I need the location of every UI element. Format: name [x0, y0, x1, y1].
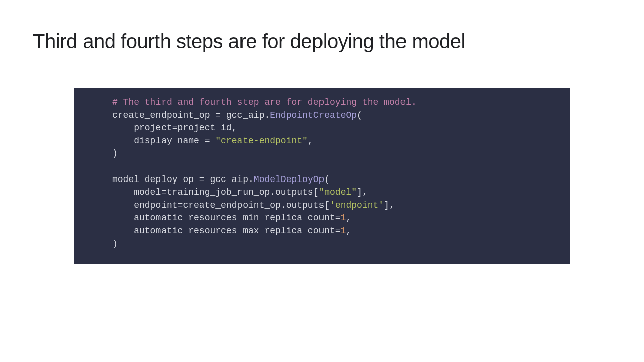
- slide: Third and fourth steps are for deploying…: [0, 0, 644, 264]
- code-content: # The third and fourth step are for depl…: [74, 96, 570, 250]
- code-block: # The third and fourth step are for depl…: [74, 88, 570, 264]
- slide-title: Third and fourth steps are for deploying…: [33, 30, 611, 53]
- code-comment: # The third and fourth step are for depl…: [112, 97, 417, 107]
